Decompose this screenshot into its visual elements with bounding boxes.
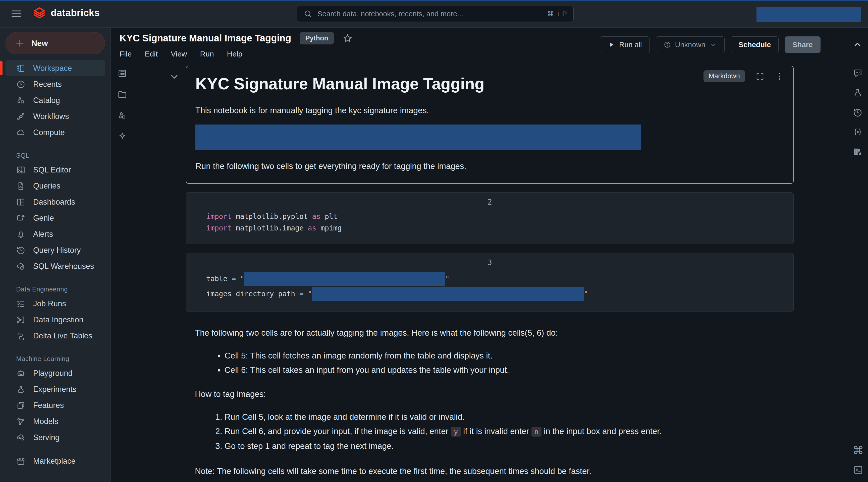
code-token: as bbox=[308, 222, 316, 234]
sidebar-item-playground[interactable]: Playground bbox=[5, 365, 105, 381]
folder-icon[interactable] bbox=[117, 89, 127, 99]
cell-collapse-chevron-icon[interactable] bbox=[169, 71, 180, 82]
flask-icon[interactable] bbox=[853, 88, 863, 98]
sidebar-item-label: Data Ingestion bbox=[33, 315, 83, 324]
queries-icon bbox=[16, 181, 26, 191]
collapse-header-icon[interactable] bbox=[853, 40, 862, 49]
schedule-button[interactable]: Schedule bbox=[731, 36, 779, 53]
code-cell-imports[interactable]: 2 import matplotlib.pyplot as pltimport … bbox=[186, 192, 794, 244]
menu-view[interactable]: View bbox=[171, 50, 187, 58]
sidebar-item-recents[interactable]: Recents bbox=[5, 76, 105, 92]
sidebar-item-label: Dashboards bbox=[33, 198, 75, 206]
code-editor[interactable]: table = ""images_directory_path = "" bbox=[186, 271, 794, 301]
sidebar-item-data-ingestion[interactable]: Data Ingestion bbox=[5, 312, 105, 328]
workspace-icon bbox=[16, 64, 26, 73]
flow-icon bbox=[16, 112, 26, 121]
menu-file[interactable]: File bbox=[120, 50, 132, 58]
databricks-logo[interactable]: databricks bbox=[32, 5, 100, 20]
sidebar-item-features[interactable]: Features bbox=[5, 397, 105, 414]
checklist-icon bbox=[16, 299, 26, 309]
search-shortcut: ⌘ + P bbox=[547, 10, 567, 18]
dash-icon bbox=[16, 197, 26, 207]
code-token: mpimg bbox=[316, 222, 342, 234]
code-token: import bbox=[206, 211, 231, 222]
menu-help[interactable]: Help bbox=[227, 50, 243, 58]
sidebar-item-genie[interactable]: Genie bbox=[5, 210, 105, 226]
terminal-icon[interactable] bbox=[853, 465, 863, 475]
brand-name: databricks bbox=[51, 7, 100, 18]
sidebar-item-alerts[interactable]: Alerts bbox=[5, 226, 105, 242]
notebook-header: KYC Signature Manual Image Tagging Pytho… bbox=[111, 28, 847, 63]
markdown-mode-badge[interactable]: Markdown bbox=[704, 70, 745, 82]
sidebar-item-models[interactable]: Models bbox=[5, 414, 105, 429]
sidebar-item-query-history[interactable]: Query History bbox=[5, 242, 105, 258]
sidebar-item-sql-warehouses[interactable]: SQL Warehouses bbox=[5, 258, 105, 275]
sparkle-icon[interactable] bbox=[117, 132, 127, 141]
howto-steps-list: Run Cell 5, look at the image and determ… bbox=[195, 410, 794, 453]
cluster-status-dropdown[interactable]: Unknown bbox=[656, 36, 725, 53]
sidebar-item-label: Models bbox=[33, 417, 58, 426]
code-token: matplotlib.pyplot bbox=[231, 211, 312, 222]
sidebar-item-catalog[interactable]: Catalog bbox=[5, 92, 105, 108]
menu-run[interactable]: Run bbox=[200, 50, 214, 58]
history-icon[interactable] bbox=[853, 107, 863, 118]
sidebar-item-compute[interactable]: Compute bbox=[5, 125, 105, 140]
favorite-star-icon[interactable] bbox=[342, 33, 353, 44]
databricks-logo-icon bbox=[32, 5, 47, 20]
list-item: Cell 5: This cell fetches an image rando… bbox=[224, 348, 794, 363]
sidebar-item-workflows[interactable]: Workflows bbox=[5, 108, 105, 125]
sidebar-item-label: Job Runs bbox=[33, 299, 66, 308]
sidebar: New WorkspaceRecentsCatalogWorkflowsComp… bbox=[0, 28, 111, 482]
warehouse-icon bbox=[16, 262, 26, 271]
shortcuts-command-icon[interactable]: ⌘ bbox=[853, 445, 864, 455]
ingest-icon bbox=[16, 315, 26, 325]
sqled-icon bbox=[16, 165, 26, 175]
code-line: images_directory_path = "" bbox=[206, 286, 794, 301]
sidebar-item-workspace[interactable]: Workspace bbox=[5, 60, 105, 76]
notebook-heading: KYC Signature Manual Image Tagging bbox=[195, 73, 784, 94]
sidebar-item-marketplace[interactable]: Marketplace bbox=[5, 453, 105, 469]
cell-kebab-menu-icon[interactable] bbox=[775, 72, 784, 81]
features-icon bbox=[16, 401, 26, 410]
cell-number: 2 bbox=[186, 198, 794, 206]
sidebar-item-queries[interactable]: Queries bbox=[5, 178, 105, 194]
inline-code-n: n bbox=[531, 427, 541, 437]
sidebar-item-dashboards[interactable]: Dashboards bbox=[5, 194, 105, 210]
note-paragraph: Note: The following cells will take some… bbox=[195, 466, 794, 477]
menu-edit[interactable]: Edit bbox=[145, 50, 158, 58]
sidebar-item-serving[interactable]: Serving bbox=[5, 429, 105, 446]
code-token: " bbox=[584, 286, 588, 301]
code-token: as bbox=[312, 211, 320, 222]
sidebar-item-label: SQL Editor bbox=[33, 165, 71, 174]
catalog-icon[interactable] bbox=[117, 110, 127, 121]
run-all-button[interactable]: Run all bbox=[600, 36, 650, 53]
code-token: " bbox=[445, 271, 450, 286]
code-token: plt bbox=[320, 211, 337, 222]
comment-icon[interactable] bbox=[853, 68, 863, 78]
toc-icon[interactable] bbox=[117, 68, 127, 78]
expand-cell-icon[interactable] bbox=[755, 72, 765, 81]
howto-heading: How to tag images: bbox=[195, 389, 794, 400]
code-editor[interactable]: import matplotlib.pyplot as pltimport ma… bbox=[186, 211, 794, 234]
new-button[interactable]: New bbox=[5, 32, 105, 54]
share-button[interactable]: Share bbox=[785, 36, 820, 53]
sidebar-item-experiments[interactable]: Experiments bbox=[5, 381, 105, 397]
sidebar-item-delta-live-tables[interactable]: Delta Live Tables bbox=[5, 328, 105, 344]
market-icon bbox=[16, 456, 26, 466]
play-icon bbox=[608, 41, 615, 49]
braces-icon[interactable] bbox=[853, 127, 863, 137]
markdown-cell-intro[interactable]: Markdown KYC Signature Manual Image Tagg… bbox=[186, 66, 794, 184]
flask-icon bbox=[16, 385, 26, 394]
language-badge[interactable]: Python bbox=[300, 32, 334, 44]
sidebar-item-job-runs[interactable]: Job Runs bbox=[5, 296, 105, 312]
library-icon[interactable] bbox=[853, 147, 863, 157]
search-input[interactable]: Search data, notebooks, recents, and mor… bbox=[297, 6, 574, 22]
sidebar-item-label: Compute bbox=[33, 128, 65, 137]
sidebar-item-sql-editor[interactable]: SQL Editor bbox=[5, 162, 105, 178]
hamburger-menu-icon[interactable] bbox=[10, 8, 23, 20]
top-bar: databricks Search data, notebooks, recen… bbox=[0, 0, 868, 28]
cloud-icon bbox=[16, 128, 26, 137]
search-placeholder: Search data, notebooks, recents, and mor… bbox=[317, 10, 547, 18]
inline-code-y: y bbox=[451, 427, 461, 437]
code-cell-config[interactable]: 3 table = ""images_directory_path = "" bbox=[186, 253, 794, 312]
